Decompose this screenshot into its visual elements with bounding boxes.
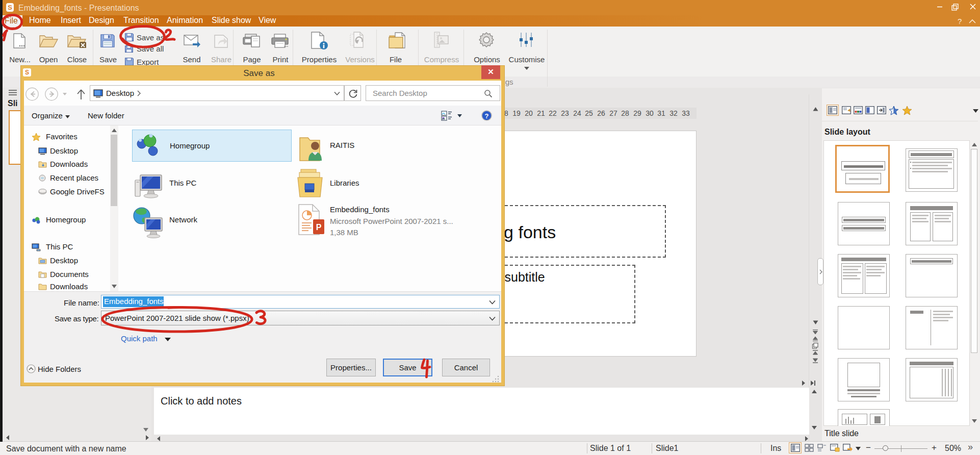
svg-text:P: P (316, 223, 322, 232)
svg-text:?: ? (485, 112, 489, 120)
